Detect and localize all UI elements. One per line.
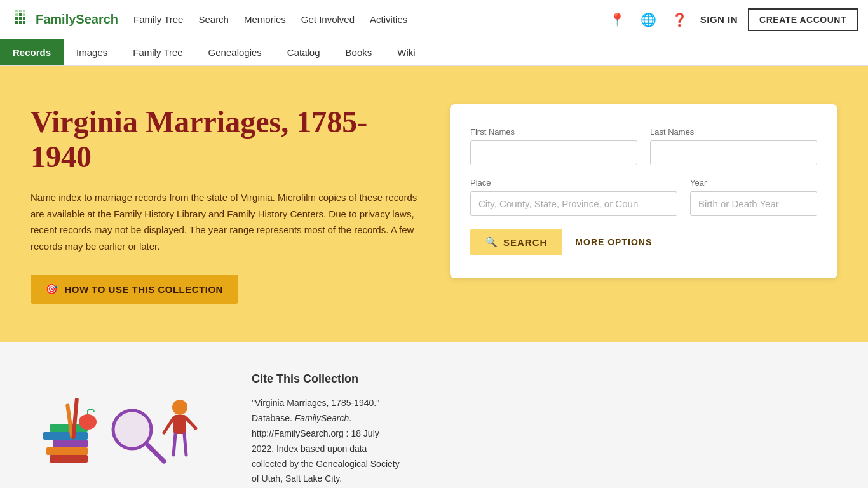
nav-get-involved[interactable]: Get Involved bbox=[301, 14, 355, 25]
cite-text: "Virginia Marriages, 1785-1940." Databas… bbox=[252, 396, 837, 487]
svg-rect-11 bbox=[15, 10, 18, 12]
svg-rect-6 bbox=[23, 17, 25, 20]
year-label: Year bbox=[690, 178, 817, 187]
first-names-input[interactable] bbox=[470, 140, 637, 165]
tab-family-tree[interactable]: Family Tree bbox=[120, 39, 195, 65]
svg-rect-12 bbox=[23, 10, 25, 12]
nav-family-tree[interactable]: Family Tree bbox=[133, 14, 183, 25]
tab-wiki[interactable]: Wiki bbox=[384, 39, 428, 65]
svg-rect-10 bbox=[19, 10, 22, 12]
search-icon: 🔍 bbox=[485, 236, 498, 248]
hero-section: Virginia Marriages, 1785-1940 Name index… bbox=[0, 66, 868, 342]
svg-rect-7 bbox=[19, 13, 22, 16]
second-nav: Records Images Family Tree Genealogies C… bbox=[0, 39, 868, 66]
svg-line-29 bbox=[184, 434, 186, 455]
last-names-field: Last Names bbox=[650, 127, 817, 165]
svg-rect-13 bbox=[50, 455, 88, 463]
svg-rect-5 bbox=[19, 17, 22, 20]
nav-memories[interactable]: Memories bbox=[244, 14, 286, 25]
svg-rect-15 bbox=[53, 440, 88, 447]
collection-illustration bbox=[31, 372, 221, 488]
sign-in-button[interactable]: SIGN IN bbox=[700, 14, 738, 25]
language-icon-button[interactable]: 🌐 bbox=[638, 10, 659, 30]
below-hero-section: Cite This Collection "Virginia Marriages… bbox=[0, 342, 868, 488]
search-card: First Names Last Names Place Year 🔍 SEAR… bbox=[450, 104, 837, 278]
tab-images[interactable]: Images bbox=[64, 39, 120, 65]
hero-left: Virginia Marriages, 1785-1940 Name index… bbox=[31, 104, 424, 304]
search-place-year-row: Place Year bbox=[470, 178, 817, 216]
first-names-field: First Names bbox=[470, 127, 637, 165]
svg-line-27 bbox=[186, 418, 196, 428]
svg-rect-16 bbox=[43, 432, 88, 440]
tab-genealogies[interactable]: Genealogies bbox=[196, 39, 275, 65]
svg-point-18 bbox=[79, 414, 97, 430]
search-btn-label: SEARCH bbox=[503, 237, 547, 248]
logo-text: FamilySearch bbox=[36, 12, 118, 27]
globe-icon: 🌐 bbox=[641, 13, 656, 27]
cite-section: Cite This Collection "Virginia Marriages… bbox=[252, 372, 837, 488]
svg-line-26 bbox=[164, 418, 173, 433]
help-icon: ❓ bbox=[672, 13, 688, 27]
hero-description: Name index to marriage records from the … bbox=[31, 189, 424, 254]
top-nav-right: 📍 🌐 ❓ SIGN IN CREATE ACCOUNT bbox=[607, 8, 858, 31]
search-name-row: First Names Last Names bbox=[470, 127, 817, 165]
compass-icon: 🎯 bbox=[46, 283, 58, 295]
cite-title: Cite This Collection bbox=[252, 372, 837, 386]
tab-records[interactable]: Records bbox=[0, 39, 64, 65]
svg-line-28 bbox=[173, 434, 175, 455]
last-names-label: Last Names bbox=[650, 127, 817, 137]
logo-area[interactable]: FamilySearch bbox=[10, 7, 118, 32]
illustration-area bbox=[31, 372, 221, 488]
help-icon-button[interactable]: ❓ bbox=[669, 10, 690, 30]
svg-point-24 bbox=[172, 400, 187, 415]
main-nav-links: Family Tree Search Memories Get Involved… bbox=[133, 14, 607, 25]
location-icon: 📍 bbox=[609, 13, 625, 27]
svg-rect-1 bbox=[15, 21, 18, 24]
create-account-button[interactable]: CREATE ACCOUNT bbox=[748, 8, 858, 31]
svg-rect-2 bbox=[19, 21, 22, 24]
familysearch-logo-icon bbox=[10, 7, 36, 32]
more-options-button[interactable]: MORE OPTIONS bbox=[575, 237, 652, 247]
svg-rect-8 bbox=[15, 13, 18, 16]
top-nav: FamilySearch Family Tree Search Memories… bbox=[0, 0, 868, 39]
tab-books[interactable]: Books bbox=[333, 39, 385, 65]
page-title: Virginia Marriages, 1785-1940 bbox=[31, 104, 424, 174]
how-to-btn-label: HOW TO USE THIS COLLECTION bbox=[65, 284, 223, 295]
last-names-input[interactable] bbox=[650, 140, 817, 165]
svg-rect-25 bbox=[173, 415, 186, 434]
svg-rect-4 bbox=[15, 17, 18, 20]
svg-line-23 bbox=[146, 444, 164, 461]
nav-activities[interactable]: Activities bbox=[370, 14, 407, 25]
search-button[interactable]: 🔍 SEARCH bbox=[470, 229, 562, 255]
how-to-use-button[interactable]: 🎯 HOW TO USE THIS COLLECTION bbox=[31, 274, 238, 304]
location-icon-button[interactable]: 📍 bbox=[607, 10, 628, 30]
year-input[interactable] bbox=[690, 191, 817, 216]
svg-rect-14 bbox=[46, 447, 88, 455]
first-names-label: First Names bbox=[470, 127, 637, 137]
search-actions: 🔍 SEARCH MORE OPTIONS bbox=[470, 229, 817, 255]
place-input[interactable] bbox=[470, 191, 677, 216]
nav-search[interactable]: Search bbox=[198, 14, 229, 25]
year-field: Year bbox=[690, 178, 817, 216]
place-label: Place bbox=[470, 178, 677, 187]
svg-rect-3 bbox=[23, 21, 25, 24]
place-field: Place bbox=[470, 178, 677, 216]
svg-rect-9 bbox=[23, 13, 25, 16]
tab-catalog[interactable]: Catalog bbox=[275, 39, 333, 65]
